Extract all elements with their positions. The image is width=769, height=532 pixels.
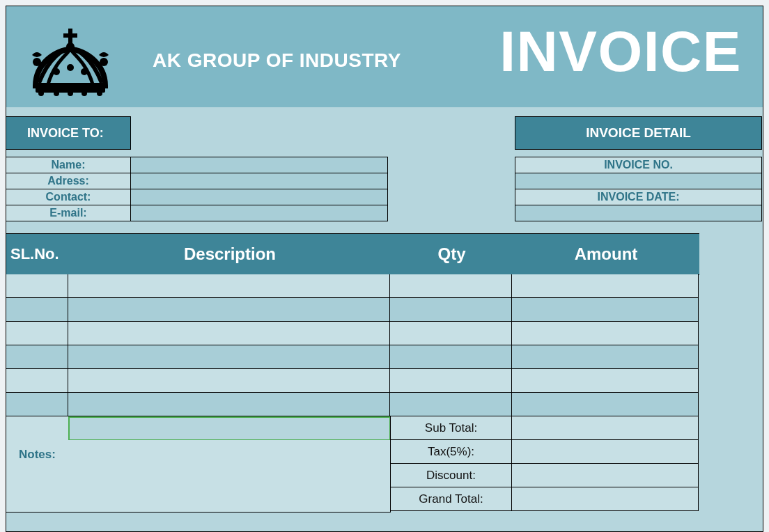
svg-point-8 [100,58,108,66]
cell-sl[interactable] [6,393,68,416]
cell-sl[interactable] [6,369,68,393]
company-name: AK GROUP OF INDUSTRY [153,49,401,72]
grandtotal-label: Grand Total: [390,487,512,511]
contact-label: Contact: [6,189,131,205]
table-row [6,393,700,416]
cell-sl[interactable] [6,345,68,369]
svg-point-3 [68,91,73,96]
cell-amt[interactable] [512,393,699,416]
cell-sl[interactable] [6,274,68,298]
col-amount: Amount [513,234,699,274]
tax-label: Tax(5%): [390,440,512,464]
name-input[interactable] [130,157,388,173]
cell-amt[interactable] [512,369,699,393]
svg-point-7 [33,58,41,66]
table-row [6,298,700,322]
table-row [6,369,700,393]
name-label: Name: [6,157,131,173]
svg-point-6 [66,42,75,51]
col-slno: SL.No. [6,234,69,274]
cell-desc[interactable] [68,274,390,298]
adress-label: Adress: [6,173,131,189]
svg-point-9 [53,68,60,75]
cell-qty[interactable] [390,369,512,393]
invoice-detail-heading: INVOICE DETAIL [515,116,762,150]
selected-cell-outline [68,416,391,441]
cell-sl[interactable] [6,298,68,322]
table-row [6,345,700,369]
cell-desc[interactable] [68,345,390,369]
col-qty: Qty [391,234,513,274]
svg-point-2 [54,91,59,96]
header: AK GROUP OF INDUSTRY INVOICE [6,6,763,107]
cell-qty[interactable] [390,345,512,369]
cell-qty[interactable] [390,298,512,322]
table-header: SL.No. Description Qty Amount [6,233,699,275]
blank-cell[interactable] [6,416,69,441]
invoice-no-label: INVOICE NO. [515,157,762,173]
cell-desc[interactable] [68,298,390,322]
email-input[interactable] [130,205,388,221]
crown-logo-icon [22,22,119,98]
svg-point-5 [97,91,102,96]
contact-input[interactable] [130,189,388,205]
invoice-title: INVOICE [499,19,742,84]
invoice-date-input[interactable] [515,205,762,221]
cell-sl[interactable] [6,322,68,345]
cell-desc[interactable] [68,393,390,416]
details-zone: INVOICE TO: INVOICE DETAIL Name: Adress:… [6,107,763,240]
email-label: E-mail: [6,205,131,221]
cell-amt[interactable] [512,274,699,298]
cell-amt[interactable] [512,322,699,345]
discount-label: Discount: [390,464,512,487]
notes-area[interactable] [6,440,391,513]
cell-qty[interactable] [390,274,512,298]
svg-point-4 [81,91,87,96]
col-description: Description [69,234,391,274]
subtotal-value[interactable] [512,416,699,440]
adress-input[interactable] [130,173,388,189]
discount-value[interactable] [512,464,699,487]
table-row [6,274,700,298]
cell-qty[interactable] [390,322,512,345]
invoice-date-label: INVOICE DATE: [515,189,762,205]
cell-amt[interactable] [512,345,699,369]
table-body [6,274,700,416]
tax-value[interactable] [512,440,699,464]
svg-point-11 [81,68,88,75]
invoice-to-heading: INVOICE TO: [6,116,131,150]
invoice-no-input[interactable] [515,173,762,189]
invoice-page: AK GROUP OF INDUSTRY INVOICE INVOICE TO:… [6,6,763,532]
grandtotal-value[interactable] [512,487,699,511]
subtotal-label: Sub Total: [390,416,512,440]
svg-point-10 [67,64,74,71]
notes-label: Notes: [19,448,56,462]
cell-desc[interactable] [68,369,390,393]
svg-point-1 [38,91,44,96]
cell-amt[interactable] [512,298,699,322]
cell-qty[interactable] [390,393,512,416]
cell-desc[interactable] [68,322,390,345]
table-row [6,322,700,345]
